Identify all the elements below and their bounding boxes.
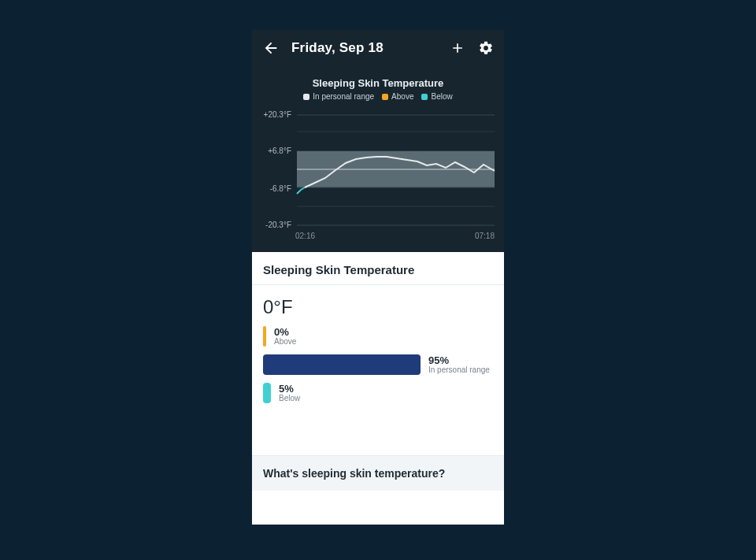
plus-icon <box>450 40 465 56</box>
page-title: Friday, Sep 18 <box>291 40 449 56</box>
bar-row-inrange: 95% In personal range <box>263 354 493 375</box>
top-bar: Friday, Sep 18 <box>252 30 504 66</box>
top-actions <box>449 39 495 57</box>
white-spacer <box>252 411 504 455</box>
add-button[interactable] <box>449 39 466 57</box>
settings-button[interactable] <box>477 39 495 57</box>
chart-canvas: +20.3°F +6.8°F -6.8°F -20.3°F 02:16 07:1… <box>252 109 504 244</box>
legend-in-range: In personal range <box>303 92 374 101</box>
summary-bars: 0% Above 95% In personal range 5% Below <box>252 318 504 403</box>
chart-area: Sleeping Skin Temperature In personal ra… <box>252 66 504 252</box>
bar-text-below: 5% Below <box>279 384 300 402</box>
summary-section: Sleeping Skin Temperature 0°F 0% Above 9… <box>252 252 504 455</box>
legend-below: Below <box>421 92 452 101</box>
bar-above <box>263 326 266 347</box>
app-screen: Friday, Sep 18 Sleeping Skin Temperature… <box>252 30 504 525</box>
arrow-left-icon <box>262 39 280 57</box>
bar-pct-inrange: 95% <box>428 355 490 366</box>
info-heading: What's sleeping skin temperature? <box>263 467 445 480</box>
bar-label-inrange: In personal range <box>428 366 490 375</box>
dark-top-section: Friday, Sep 18 Sleeping Skin Temperature… <box>252 30 504 252</box>
bar-inrange <box>263 354 421 375</box>
back-button[interactable] <box>261 39 280 57</box>
chart-legend: In personal range Above Below <box>252 92 504 101</box>
chart-title: Sleeping Skin Temperature <box>252 77 504 89</box>
legend-swatch-in-range <box>303 94 309 100</box>
legend-label-below: Below <box>431 92 452 101</box>
legend-label-above: Above <box>391 92 413 101</box>
legend-swatch-below <box>421 94 428 100</box>
legend-label-in-range: In personal range <box>313 92 374 101</box>
bar-label-above: Above <box>274 338 296 347</box>
bar-text-above: 0% Above <box>274 327 296 346</box>
bar-below <box>263 383 271 403</box>
legend-above: Above <box>382 92 413 101</box>
legend-swatch-above <box>382 94 388 100</box>
bar-pct-above: 0% <box>274 327 296 338</box>
summary-title: Sleeping Skin Temperature <box>252 252 504 285</box>
summary-value: 0°F <box>252 285 504 318</box>
bar-label-below: Below <box>279 395 300 403</box>
bar-text-inrange: 95% In personal range <box>428 355 490 374</box>
bar-row-below: 5% Below <box>263 383 493 403</box>
gear-icon <box>478 40 494 56</box>
chart-svg <box>252 109 504 244</box>
info-section[interactable]: What's sleeping skin temperature? <box>252 455 504 491</box>
bar-row-above: 0% Above <box>263 326 493 347</box>
chart-line-below-segment <box>297 187 305 194</box>
bar-pct-below: 5% <box>279 384 300 395</box>
